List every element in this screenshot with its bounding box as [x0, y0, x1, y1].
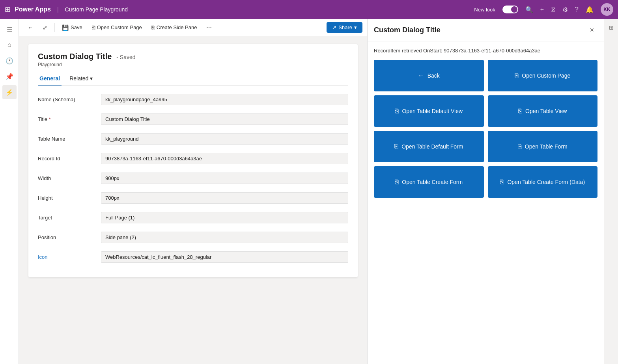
- back-button[interactable]: ←: [24, 22, 37, 33]
- more-button[interactable]: ⋯: [202, 22, 216, 33]
- page-name: Custom Page Playground: [65, 6, 128, 13]
- share-button[interactable]: ↗ Share ▾: [327, 22, 362, 33]
- right-dialog-panel: Custom Dialog Title ✕ RecordItem retriev…: [367, 19, 604, 364]
- panel-toggle-button[interactable]: ⊞: [606, 22, 617, 33]
- action-button-grid: ← Back ⎘ Open Custom Page ⎘ Open Table D…: [374, 60, 597, 198]
- field-row-name-schema: Name (Schema) kk_playgroundpage_4a995: [38, 92, 348, 106]
- nav-right-tools: New look 🔍 + ⧖ ⚙ ? 🔔 KK: [474, 3, 613, 16]
- field-label-position: Position: [38, 234, 101, 240]
- dialog-body: RecordItem retrieved OnStart: 9073873a-1…: [368, 41, 604, 364]
- open-table-default-form-button[interactable]: ⎘ Open Table Default Form: [374, 131, 484, 162]
- sidebar-item-recent[interactable]: 🕐: [2, 54, 17, 68]
- page-title: Custom Dialog Title: [38, 52, 112, 61]
- field-value-table-name[interactable]: kk_playground: [101, 133, 348, 145]
- field-value-width[interactable]: 900px: [101, 173, 348, 184]
- form-card: Custom Dialog Title - Saved Playground G…: [28, 44, 358, 277]
- open-custom-page-action-button[interactable]: ⎘ Open Custom Page: [488, 60, 598, 91]
- field-label-title: Title: [38, 116, 101, 122]
- field-label-height: Height: [38, 195, 101, 201]
- save-icon: 💾: [62, 24, 69, 31]
- field-value-title[interactable]: Custom Dialog Title: [101, 113, 348, 125]
- field-value-record-id[interactable]: 9073873a-1163-ef11-a670-000d3a64a3ae: [101, 153, 348, 164]
- back-action-icon: ←: [418, 72, 424, 79]
- share-chevron: ▾: [354, 24, 357, 30]
- page-saved-status: - Saved: [116, 54, 135, 60]
- open-table-default-view-button[interactable]: ⎘ Open Table Default View: [374, 95, 484, 127]
- open-table-create-form-data-button[interactable]: ⎘ Open Table Create Form (Data): [488, 166, 598, 198]
- sidebar-item-pin[interactable]: 📌: [2, 69, 17, 84]
- create-side-pane-button[interactable]: ⎘ Create Side Pane: [147, 22, 201, 33]
- filter-icon[interactable]: ⧖: [551, 6, 555, 13]
- create-side-pane-icon: ⎘: [151, 24, 155, 31]
- close-icon: ✕: [590, 27, 594, 33]
- left-sidebar: ☰ ⌂ 🕐 📌 ⚡: [0, 19, 19, 364]
- page-subtitle: Playground: [38, 62, 348, 67]
- new-look-toggle[interactable]: [502, 6, 518, 13]
- tab-related[interactable]: Related ▾: [68, 72, 94, 85]
- open-table-default-form-label: Open Table Default Form: [401, 143, 463, 150]
- field-label-name-schema: Name (Schema): [38, 97, 101, 102]
- open-custom-page-button[interactable]: ⎘ Open Custom Page: [88, 22, 146, 33]
- save-button[interactable]: 💾 Save: [58, 22, 86, 33]
- form-area: Custom Dialog Title - Saved Playground G…: [19, 36, 367, 364]
- more-icon: ⋯: [206, 24, 212, 31]
- open-table-default-form-icon: ⎘: [394, 143, 398, 150]
- tabs: General Related ▾: [38, 72, 348, 86]
- open-custom-page-action-icon: ⎘: [515, 72, 519, 79]
- open-table-form-button[interactable]: ⎘ Open Table Form: [488, 131, 598, 162]
- top-navigation: ⊞ Power Apps | Custom Page Playground Ne…: [0, 0, 618, 19]
- share-label: Share: [338, 24, 352, 30]
- open-table-form-label: Open Table Form: [525, 143, 568, 150]
- back-action-label: Back: [428, 72, 440, 79]
- open-table-default-view-label: Open Table Default View: [402, 108, 463, 114]
- field-row-target: Target Full Page (1): [38, 210, 348, 225]
- field-row-title: Title Custom Dialog Title: [38, 112, 348, 126]
- record-info: RecordItem retrieved OnStart: 9073873a-1…: [374, 48, 597, 54]
- field-value-height[interactable]: 700px: [101, 192, 348, 204]
- back-icon: ←: [28, 24, 33, 31]
- search-icon[interactable]: 🔍: [525, 6, 533, 13]
- field-row-position: Position Side pane (2): [38, 230, 348, 244]
- toolbar: ← ⤢ 💾 Save ⎘ Open Custom Page ⎘ Create S…: [19, 19, 367, 36]
- expand-button[interactable]: ⤢: [39, 22, 51, 33]
- field-value-target[interactable]: Full Page (1): [101, 212, 348, 223]
- dialog-close-button[interactable]: ✕: [586, 24, 597, 35]
- field-label-record-id: Record Id: [38, 156, 101, 162]
- content-area: ← ⤢ 💾 Save ⎘ Open Custom Page ⎘ Create S…: [19, 19, 618, 364]
- back-action-button[interactable]: ← Back: [374, 60, 484, 91]
- app-title: Power Apps: [15, 6, 51, 13]
- avatar[interactable]: KK: [601, 3, 613, 16]
- sidebar-item-lightning[interactable]: ⚡: [2, 85, 17, 99]
- help-icon[interactable]: ?: [575, 6, 579, 13]
- dialog-title: Custom Dialog Title: [374, 26, 441, 34]
- sidebar-item-menu[interactable]: ☰: [2, 22, 17, 36]
- tab-general-label: General: [39, 75, 60, 82]
- open-table-create-form-icon: ⎘: [395, 178, 399, 186]
- open-table-create-form-button[interactable]: ⎘ Open Table Create Form: [374, 166, 484, 198]
- field-value-name-schema[interactable]: kk_playgroundpage_4a995: [101, 94, 348, 105]
- add-icon[interactable]: +: [540, 6, 544, 13]
- field-label-icon: Icon: [38, 254, 101, 260]
- settings-icon[interactable]: ⚙: [562, 6, 568, 13]
- notifications-icon[interactable]: 🔔: [586, 6, 594, 13]
- new-look-label: New look: [474, 7, 495, 13]
- field-value-position[interactable]: Side pane (2): [101, 232, 348, 243]
- grid-icon[interactable]: ⊞: [5, 5, 11, 14]
- save-label: Save: [71, 24, 82, 30]
- sidebar-item-home[interactable]: ⌂: [2, 38, 17, 52]
- field-row-icon: Icon WebResources/cat_ic_fluent_flash_28…: [38, 250, 348, 264]
- open-table-view-button[interactable]: ⎘ Open Table View: [488, 95, 598, 127]
- field-row-height: Height 700px: [38, 191, 348, 205]
- open-custom-page-label: Open Custom Page: [97, 24, 142, 30]
- tab-related-label: Related: [69, 75, 88, 82]
- open-table-create-form-label: Open Table Create Form: [402, 179, 463, 185]
- field-row-width: Width 900px: [38, 171, 348, 185]
- open-table-default-view-icon: ⎘: [395, 108, 399, 115]
- field-value-icon[interactable]: WebResources/cat_ic_fluent_flash_28_regu…: [101, 251, 348, 263]
- toolbar-divider-1: [54, 23, 55, 32]
- open-table-create-form-data-icon: ⎘: [500, 178, 504, 186]
- field-row-record-id: Record Id 9073873a-1163-ef11-a670-000d3a…: [38, 151, 348, 165]
- field-label-table-name: Table Name: [38, 136, 101, 142]
- tab-general[interactable]: General: [38, 72, 62, 85]
- open-table-view-icon: ⎘: [518, 108, 522, 115]
